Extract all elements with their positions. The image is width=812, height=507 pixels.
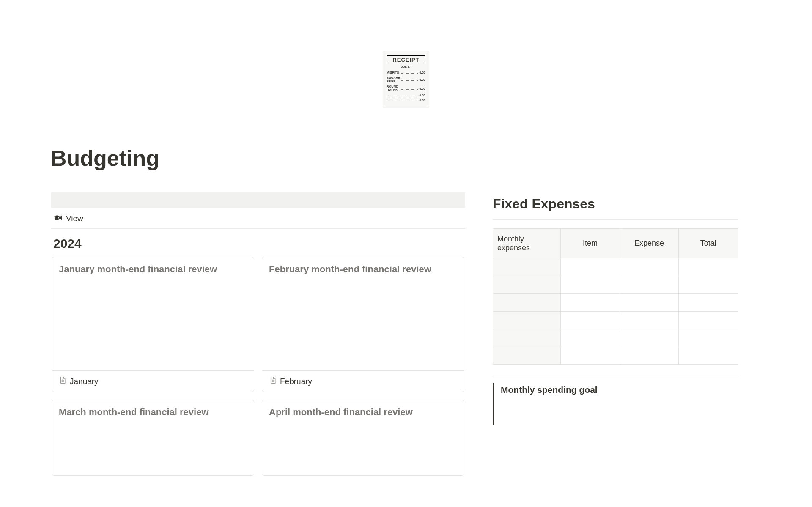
page-icon — [59, 376, 66, 386]
receipt-line: ROUND HOLES0.00 — [387, 85, 425, 92]
receipt-title: RECEIPT — [387, 55, 425, 64]
receipt-line: 0.00 — [387, 93, 425, 97]
receipt-icon: RECEIPT JUL 17 MISFITS0.00 SQUARE PEGS0.… — [51, 0, 761, 145]
view-tab[interactable]: View — [51, 208, 465, 229]
year-heading: 2024 — [51, 229, 465, 257]
review-card-february[interactable]: February month-end financial review Febr… — [262, 257, 464, 392]
table-header-item: Item — [561, 229, 620, 258]
fixed-expenses-table[interactable]: Monthly expenses Item Expense Total — [493, 228, 738, 365]
table-header-monthly-expenses: Monthly expenses — [493, 229, 561, 258]
card-footer: January — [52, 370, 254, 392]
card-grid: January month-end financial review Janua… — [51, 257, 465, 476]
callout-placeholder — [51, 192, 465, 208]
page-icon — [269, 376, 277, 386]
review-card-january[interactable]: January month-end financial review Janua… — [52, 257, 254, 392]
card-footer-label: February — [280, 377, 312, 386]
table-header-expense: Expense — [620, 229, 679, 258]
card-title: April month-end financial review — [269, 407, 457, 418]
quote-text: Monthly spending goal — [501, 385, 598, 395]
table-header-total: Total — [679, 229, 738, 258]
receipt-line: 0.00 — [387, 99, 425, 102]
card-title: January month-end financial review — [59, 264, 247, 275]
monthly-spending-goal-quote[interactable]: Monthly spending goal — [493, 383, 738, 425]
card-title: February month-end financial review — [269, 264, 457, 275]
review-card-march[interactable]: March month-end financial review — [52, 400, 254, 476]
divider — [493, 378, 738, 378]
receipt-line: SQUARE PEGS0.00 — [387, 76, 425, 83]
card-title: March month-end financial review — [59, 407, 247, 418]
card-footer-label: January — [70, 377, 99, 386]
page-title: Budgeting — [51, 145, 761, 171]
divider — [493, 219, 738, 220]
table-row[interactable] — [493, 258, 738, 276]
fish-icon — [53, 214, 63, 223]
view-label: View — [66, 214, 83, 223]
table-row[interactable] — [493, 276, 738, 294]
receipt-line: MISFITS0.00 — [387, 71, 425, 74]
review-card-april[interactable]: April month-end financial review — [262, 400, 464, 476]
table-row[interactable] — [493, 329, 738, 347]
card-footer: February — [262, 370, 464, 392]
table-row[interactable] — [493, 294, 738, 312]
fixed-expenses-title: Fixed Expenses — [493, 196, 738, 212]
table-row[interactable] — [493, 347, 738, 365]
receipt-date: JUL 17 — [387, 65, 425, 68]
table-row[interactable] — [493, 312, 738, 329]
